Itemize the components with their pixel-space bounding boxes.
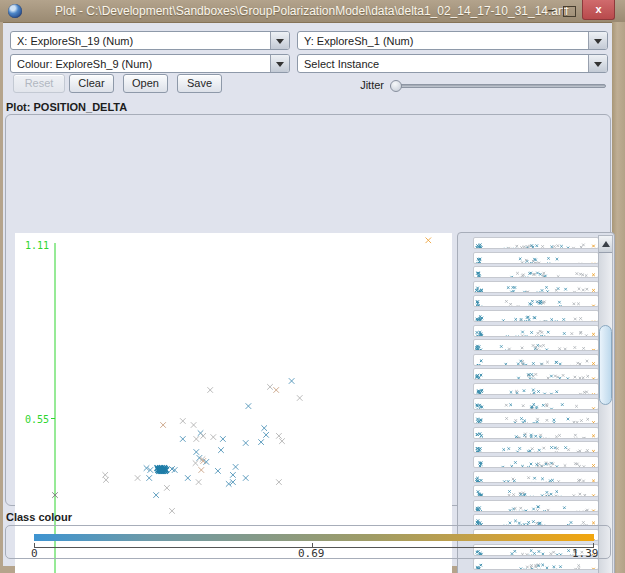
data-point[interactable]: [196, 479, 202, 485]
scatter-panel[interactable]: 00.551.1100.490.99: [15, 233, 452, 573]
attribute-strip[interactable]: [473, 310, 599, 322]
data-point[interactable]: [193, 460, 199, 466]
attribute-strip[interactable]: [473, 368, 599, 380]
strip-plot: [474, 242, 598, 249]
jitter-slider-knob[interactable]: [390, 80, 402, 92]
strip-plot: [474, 315, 598, 322]
attribute-strip[interactable]: [473, 252, 599, 264]
data-point[interactable]: [297, 395, 303, 401]
strip-plot: [474, 563, 598, 570]
scatter-plot[interactable]: 00.551.1100.490.99: [15, 233, 452, 573]
jitter-label: Jitter: [352, 79, 384, 91]
data-point[interactable]: [160, 422, 166, 428]
data-point[interactable]: [103, 477, 109, 483]
attribute-strip[interactable]: [473, 427, 599, 439]
data-point[interactable]: [261, 425, 267, 431]
data-point[interactable]: [263, 432, 269, 438]
open-button[interactable]: Open: [123, 74, 168, 93]
strip-plot: [474, 476, 598, 483]
combo-arrow-box[interactable]: [588, 55, 607, 72]
attribute-strip[interactable]: [473, 383, 599, 395]
data-point[interactable]: [180, 418, 186, 424]
attribute-strip[interactable]: [473, 441, 599, 453]
y-attribute-value: Y: ExploreSh_1 (Num): [304, 35, 413, 47]
class-colour-panel: 0 0.69 1.39: [5, 525, 611, 559]
colour-attribute-select[interactable]: Colour: ExploreSh_9 (Num): [10, 54, 290, 73]
minimize-button[interactable]: –: [543, 3, 559, 19]
attribute-strip[interactable]: [473, 295, 599, 307]
data-point[interactable]: [279, 438, 285, 444]
attribute-strip[interactable]: [473, 500, 599, 512]
x-attribute-select[interactable]: X: ExploreSh_19 (Num): [10, 31, 290, 50]
colour-attribute-value: Colour: ExploreSh_9 (Num): [17, 58, 152, 70]
strip-plot: [474, 403, 598, 410]
svg-text:1.11: 1.11: [25, 240, 49, 251]
attribute-strip[interactable]: [473, 237, 599, 249]
data-point[interactable]: [169, 508, 175, 514]
scroll-up-button[interactable]: [599, 236, 612, 253]
data-point[interactable]: [200, 433, 206, 439]
data-point[interactable]: [135, 475, 141, 481]
data-point[interactable]: [273, 387, 279, 393]
strip-plot: [474, 257, 598, 264]
combo-arrow-box[interactable]: [588, 32, 607, 49]
class-colour-gradient[interactable]: [34, 534, 594, 541]
attribute-strip[interactable]: [473, 325, 599, 337]
clear-button[interactable]: Clear: [69, 74, 114, 93]
close-button[interactable]: x: [582, 0, 615, 20]
attribute-strip[interactable]: [473, 398, 599, 410]
attribute-strip[interactable]: [473, 354, 599, 366]
class-colour-label: Class colour: [6, 511, 72, 523]
save-button[interactable]: Save: [177, 74, 222, 93]
attribute-strip[interactable]: [473, 339, 599, 351]
data-point[interactable]: [276, 479, 282, 485]
data-point[interactable]: [199, 467, 205, 473]
class-min-label: 0: [31, 547, 38, 560]
data-point[interactable]: [102, 472, 108, 478]
data-point[interactable]: [207, 387, 213, 393]
data-point[interactable]: [233, 464, 239, 470]
scrollbar-thumb[interactable]: [599, 325, 612, 405]
titlebar[interactable]: Plot - C:\Development\Sandboxes\GroupPol…: [0, 0, 625, 23]
data-point[interactable]: [215, 468, 221, 474]
y-attribute-select[interactable]: Y: ExploreSh_1 (Num): [297, 31, 608, 50]
data-point[interactable]: [426, 238, 432, 244]
jitter-slider[interactable]: [390, 84, 606, 88]
data-point[interactable]: [191, 422, 197, 428]
strip-plot: [474, 359, 598, 366]
data-point[interactable]: [153, 492, 159, 498]
attribute-strip[interactable]: [473, 471, 599, 483]
attribute-strip[interactable]: [473, 281, 599, 293]
data-point[interactable]: [185, 475, 191, 481]
data-point[interactable]: [276, 433, 282, 439]
data-point[interactable]: [243, 475, 249, 481]
strip-plot: [474, 432, 598, 439]
combo-arrow-box[interactable]: [270, 32, 289, 49]
strip-scrollbar[interactable]: [598, 235, 613, 573]
attribute-strip[interactable]: [473, 266, 599, 278]
attribute-strip[interactable]: [473, 412, 599, 424]
data-point[interactable]: [267, 384, 273, 390]
data-point[interactable]: [220, 436, 226, 442]
data-point[interactable]: [258, 439, 264, 445]
data-point[interactable]: [194, 436, 200, 442]
instance-select[interactable]: Select Instance: [297, 54, 608, 73]
data-point[interactable]: [180, 436, 186, 442]
data-point[interactable]: [194, 449, 200, 455]
data-point[interactable]: [230, 472, 236, 478]
strip-plot: [474, 330, 598, 337]
attribute-strip[interactable]: [473, 485, 599, 497]
maximize-button[interactable]: [563, 6, 576, 17]
attribute-strip[interactable]: [473, 456, 599, 468]
strip-plot: [474, 271, 598, 278]
data-point[interactable]: [218, 447, 224, 453]
data-point[interactable]: [246, 403, 252, 409]
data-point[interactable]: [146, 475, 152, 481]
strip-plot: [474, 461, 598, 468]
data-point[interactable]: [289, 378, 295, 384]
combo-arrow-box[interactable]: [270, 55, 289, 72]
data-point[interactable]: [243, 440, 249, 446]
strip-plot: [474, 373, 598, 380]
data-point[interactable]: [164, 485, 170, 491]
data-point[interactable]: [211, 434, 217, 440]
